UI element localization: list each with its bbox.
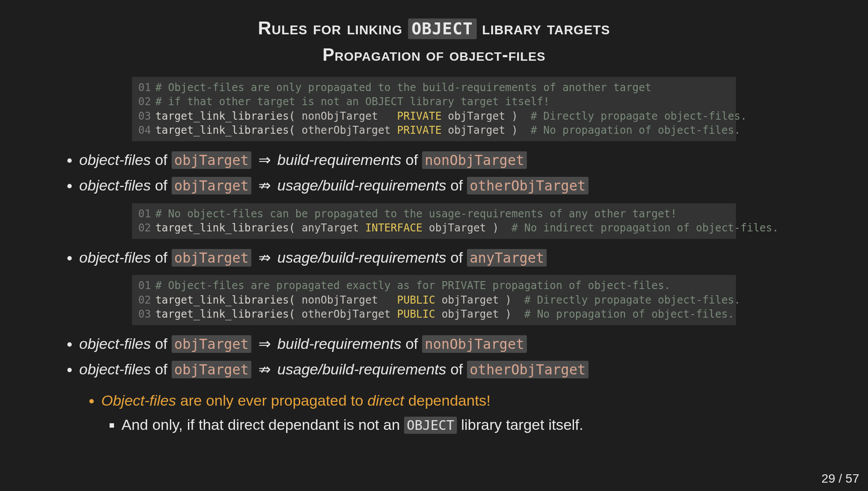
page-number: 29 / 57 (821, 472, 859, 486)
summary-line-2: And only, if that direct dependant is no… (121, 413, 806, 436)
code-block-1: 01# Object-files are only propagated to … (132, 77, 736, 141)
slide: Rules for linking OBJECT library targets… (0, 0, 868, 491)
bullet-list-1: object-files of objTarget ⇒ build-requir… (79, 148, 806, 197)
bullet-3a: object-files of objTarget ⇒ build-requir… (79, 332, 806, 355)
bullet-1a: object-files of objTarget ⇒ build-requir… (79, 148, 806, 172)
summary-list: Object-files are only ever propagated to… (101, 389, 806, 436)
code-block-2: 01# No object-files can be propagated to… (132, 203, 736, 239)
bullet-2a: object-files of objTarget ⇏ usage/build-… (79, 246, 806, 269)
bullet-3b: object-files of objTarget ⇏ usage/build-… (79, 358, 806, 381)
title-part-pre: Rules for linking (258, 18, 408, 38)
title-part-post: library targets (477, 18, 611, 38)
summary-sublist: And only, if that direct dependant is no… (121, 413, 806, 436)
bullet-list-3: object-files of objTarget ⇒ build-requir… (79, 332, 806, 381)
slide-subtitle: Propagation of object-files (62, 45, 806, 65)
slide-title: Rules for linking OBJECT library targets (62, 18, 806, 39)
title-code-object: OBJECT (408, 18, 477, 39)
code-block-3: 01# Object-files are propagated exactly … (132, 275, 736, 325)
bullet-1b: object-files of objTarget ⇏ usage/build-… (79, 174, 806, 197)
bullet-list-2: object-files of objTarget ⇏ usage/build-… (79, 246, 806, 269)
summary-line-1: Object-files are only ever propagated to… (101, 389, 806, 436)
